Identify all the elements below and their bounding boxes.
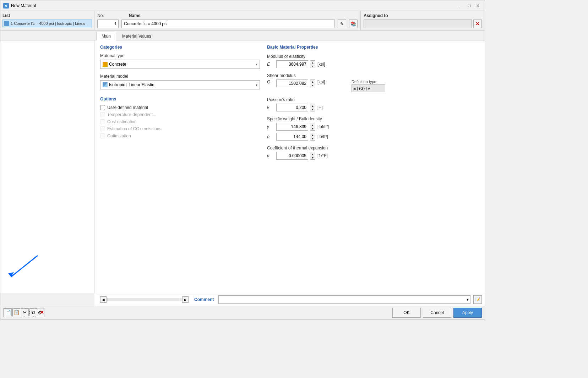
poisson-group: Poisson's ratio v ▲ ▼ [--] xyxy=(267,97,479,111)
copy-item-icon: 📋 xyxy=(13,309,20,315)
form-area: Categories Material type Concrete ▾ Mate… xyxy=(94,40,485,293)
poisson-spin-up[interactable]: ▲ xyxy=(310,104,315,108)
option-opt-checkbox[interactable] xyxy=(100,133,105,138)
name-input[interactable] xyxy=(121,20,335,28)
tab-material-values[interactable]: Material Values xyxy=(117,32,157,40)
shear-unit: [ksi] xyxy=(317,80,339,84)
option-cost: Cost estimation xyxy=(100,119,260,124)
definition-type-dropdown[interactable]: E | (G) | v xyxy=(352,84,385,92)
no-input[interactable] xyxy=(97,20,119,28)
delete-item-btn[interactable]: ✕ xyxy=(38,308,46,316)
material-type-label: Material type xyxy=(100,53,260,58)
modulus-group: Modulus of elasticity E ▲ ▼ [ksi] xyxy=(267,54,479,68)
option-temp-label: Temperature-dependent... xyxy=(107,112,156,117)
poisson-unit: [--] xyxy=(317,105,339,110)
shear-spin-up[interactable]: ▲ xyxy=(310,80,315,83)
material-model-icon xyxy=(103,82,108,87)
gamma-spin-up[interactable]: ▲ xyxy=(310,123,315,127)
comment-dropdown-arrow: ▾ xyxy=(467,297,469,302)
categories-title: Categories xyxy=(100,45,260,50)
maximize-button[interactable]: □ xyxy=(466,2,473,10)
gamma-input[interactable] xyxy=(276,123,308,131)
ok-button[interactable]: OK xyxy=(392,308,421,318)
material-model-arrow: ▾ xyxy=(256,83,257,87)
shear-spinner: ▲ ▼ xyxy=(310,80,315,87)
alpha-spin-down[interactable]: ▼ xyxy=(310,156,315,159)
alpha-unit: [1/°F] xyxy=(317,153,339,158)
close-button[interactable]: ✕ xyxy=(474,2,482,10)
poisson-input[interactable] xyxy=(276,104,308,111)
apply-button[interactable]: Apply xyxy=(453,308,482,318)
assigned-section: Assigned to ✕ xyxy=(360,11,485,30)
edit-button[interactable]: ✎ xyxy=(338,20,346,28)
title-bar: N New Material — □ ✕ xyxy=(0,0,485,11)
definition-type-label: Definition type xyxy=(352,80,385,84)
option-co2-checkbox[interactable] xyxy=(100,126,105,131)
poisson-spin-down[interactable]: ▼ xyxy=(310,108,315,111)
list-header: List xyxy=(2,13,92,18)
modulus-unit: [ksi] xyxy=(317,62,339,67)
alpha-spin-up[interactable]: ▲ xyxy=(310,152,315,156)
gamma-spin-down[interactable]: ▼ xyxy=(310,127,315,130)
rho-input[interactable] xyxy=(276,133,308,141)
material-type-arrow: ▾ xyxy=(256,62,257,66)
option-user-defined-label: User-defined material xyxy=(107,105,148,110)
assigned-input[interactable] xyxy=(364,20,472,28)
material-type-group: Material type Concrete ▾ xyxy=(100,53,260,69)
assigned-delete-icon: ✕ xyxy=(475,21,480,27)
comment-input[interactable]: ▾ xyxy=(218,295,470,304)
no-label: No. xyxy=(97,13,104,18)
option-opt-label: Optimization xyxy=(107,133,131,138)
shear-input[interactable] xyxy=(276,80,308,87)
svg-line-2 xyxy=(11,256,38,277)
option-temp-checkbox[interactable] xyxy=(100,112,105,117)
cut-item-btn[interactable]: ✂ xyxy=(21,308,29,316)
list-item[interactable]: 1 Concrete f'c = 4000 psi | Isotropic | … xyxy=(2,20,92,27)
footer-buttons: OK Cancel Apply xyxy=(392,308,482,318)
cancel-button[interactable]: Cancel xyxy=(423,308,451,318)
copy-item-btn[interactable]: 📋 xyxy=(12,308,20,316)
paste-item-btn[interactable]: ⧉ xyxy=(29,308,37,316)
number-name-section: No. Name ✎ 📚 xyxy=(94,11,360,30)
svg-text:N: N xyxy=(5,4,7,7)
material-model-value: Isotropic | Linear Elastic xyxy=(109,82,256,87)
modulus-spin-up[interactable]: ▲ xyxy=(310,61,315,64)
material-model-dropdown[interactable]: Isotropic | Linear Elastic ▾ xyxy=(100,80,260,89)
bottom-toolbar: 0.0 □ A ⚙ 📄 📋 xyxy=(0,306,485,319)
add-item-btn[interactable]: 📄 xyxy=(4,308,12,316)
comment-add-btn[interactable]: 📝 xyxy=(473,295,482,304)
tab-main[interactable]: Main xyxy=(96,32,116,40)
list-panel: List 1 Concrete f'c = 4000 psi | Isotrop… xyxy=(0,11,94,30)
assigned-delete-button[interactable]: ✕ xyxy=(473,20,482,28)
material-type-dropdown[interactable]: Concrete ▾ xyxy=(100,60,260,69)
edit-icon: ✎ xyxy=(340,21,344,27)
shear-group: Shear modulus G ▲ ▼ [ksi] Definition typ… xyxy=(267,73,479,92)
scroll-left-btn[interactable]: ◀ xyxy=(100,296,107,303)
shear-spin-down[interactable]: ▼ xyxy=(310,83,315,87)
modulus-spin-down[interactable]: ▼ xyxy=(310,64,315,68)
minimize-button[interactable]: — xyxy=(457,2,465,10)
rho-spinner: ▲ ▼ xyxy=(310,133,315,141)
option-optimization: Optimization xyxy=(100,133,260,138)
book-button[interactable]: 📚 xyxy=(349,20,358,28)
specific-weight-label: Specific weight / Bulk density xyxy=(267,116,479,121)
poisson-label: Poisson's ratio xyxy=(267,97,479,102)
scroll-right-btn[interactable]: ▶ xyxy=(182,296,189,303)
svg-marker-3 xyxy=(8,272,14,277)
option-cost-checkbox[interactable] xyxy=(100,119,105,124)
rho-spin-down[interactable]: ▼ xyxy=(310,137,315,140)
rho-spin-up[interactable]: ▲ xyxy=(310,133,315,137)
rho-unit: [lb/ft³] xyxy=(317,134,339,139)
option-temp-dependent: Temperature-dependent... xyxy=(100,112,260,117)
scroll-track xyxy=(107,298,181,301)
option-cost-label: Cost estimation xyxy=(107,119,137,124)
alpha-input[interactable] xyxy=(276,152,308,160)
props-title: Basic Material Properties xyxy=(267,45,479,50)
options-title: Options xyxy=(100,97,260,102)
thermal-label: Coefficient of thermal expansion xyxy=(267,146,479,150)
option-user-defined-checkbox[interactable] xyxy=(100,105,105,110)
left-sidebar xyxy=(0,40,94,293)
window-title: New Material xyxy=(11,3,36,8)
poisson-spinner: ▲ ▼ xyxy=(310,104,315,111)
modulus-input[interactable] xyxy=(276,60,308,68)
